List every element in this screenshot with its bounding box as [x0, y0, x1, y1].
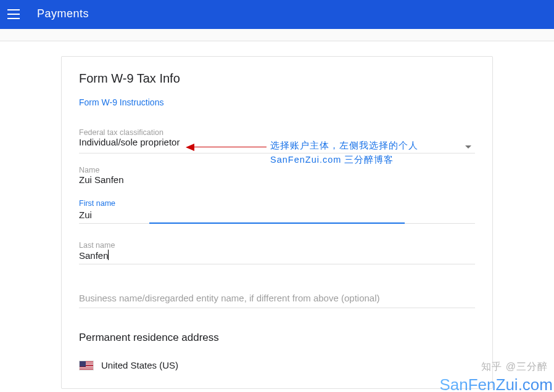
name-label: Name [79, 166, 475, 174]
classification-field[interactable]: Federal tax classification Individual/so… [79, 128, 475, 153]
focus-indicator [149, 223, 405, 224]
name-value: Zui Sanfen [79, 173, 124, 185]
annotation-text: 选择账户主体，左侧我选择的个人 SanFenZui.com 三分醉博客 [270, 139, 418, 167]
chevron-down-icon [465, 145, 471, 149]
country-label: United States (US) [101, 360, 178, 370]
first-name-field[interactable]: First name [79, 199, 475, 224]
business-name-placeholder: Business name/disregarded entity name, i… [79, 293, 380, 303]
last-name-label: Last name [79, 241, 475, 250]
classification-value: Individual/sole proprietor [79, 135, 180, 147]
address-heading: Permanent residence address [79, 332, 475, 344]
business-name-field[interactable]: Business name/disregarded entity name, i… [79, 292, 475, 308]
text-cursor [108, 250, 109, 260]
last-name-field[interactable]: Last name Sanfen [79, 241, 475, 264]
sub-bar [0, 29, 554, 41]
app-bar: Payments [0, 0, 554, 29]
instructions-link[interactable]: Form W-9 Instructions [79, 97, 163, 107]
arrow-annotation [192, 147, 267, 147]
app-title: Payments [37, 7, 89, 20]
first-name-input[interactable] [79, 208, 475, 220]
form-card: Form W-9 Tax Info Form W-9 Instructions … [61, 56, 493, 389]
us-flag-icon [79, 361, 94, 370]
first-name-label: First name [79, 199, 475, 208]
name-field: Name Zui Sanfen [79, 166, 475, 188]
last-name-input[interactable]: Sanfen [79, 248, 109, 261]
form-heading: Form W-9 Tax Info [79, 71, 475, 86]
country-row[interactable]: United States (US) [79, 360, 475, 370]
menu-icon[interactable] [7, 7, 22, 22]
